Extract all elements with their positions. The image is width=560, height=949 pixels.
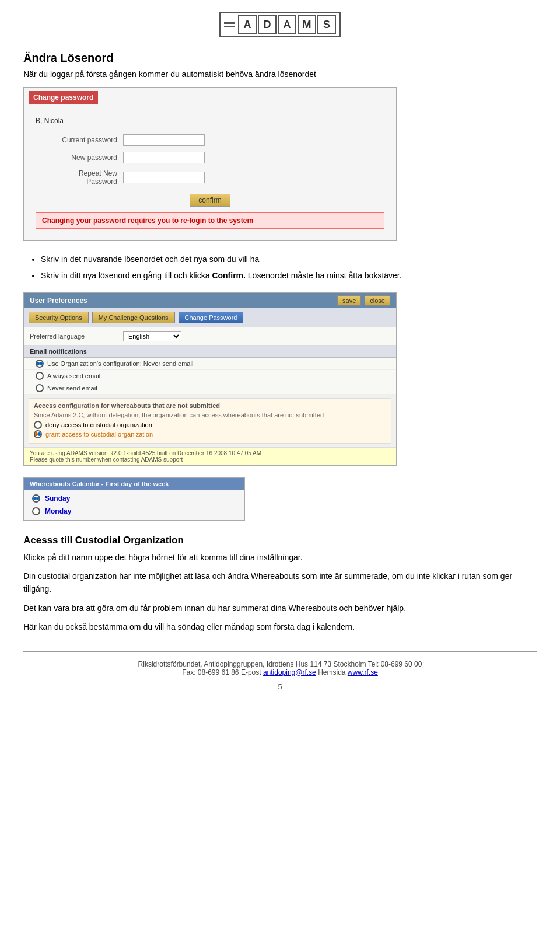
current-password-input[interactable] xyxy=(123,134,205,146)
footer-website-link[interactable]: www.rf.se xyxy=(348,668,378,676)
tab-change-password[interactable]: Change Password xyxy=(178,312,244,323)
adams-logo: A D A M S xyxy=(219,12,341,37)
footer-line-2: Fax: 08-699 61 86 E-post antidoping@rf.s… xyxy=(23,668,537,676)
repeat-password-row: Repeat New Password xyxy=(47,169,384,186)
logo-letter-a: A xyxy=(238,15,257,34)
monday-label: Monday xyxy=(45,507,71,515)
footer-fax-text: Fax: 08-699 61 86 E-post xyxy=(182,668,263,676)
password-note-text: Lösenordet måste ha minst åtta bokstäver… xyxy=(248,271,402,280)
email-radio-3 xyxy=(36,384,44,392)
sunday-radio xyxy=(32,494,40,503)
access-label-1: deny access to custodial organization xyxy=(46,421,152,428)
intro-text: När du loggar på första gången kommer du… xyxy=(23,69,537,79)
logo-letter-m: M xyxy=(298,15,316,34)
prefs-language-row: Preferred language English xyxy=(24,327,396,346)
email-label-1: Use Organization's configuration: Never … xyxy=(47,360,193,367)
email-label-2: Always send email xyxy=(47,372,100,379)
language-label: Preferred language xyxy=(30,333,123,340)
email-option-1[interactable]: Use Organization's configuration: Never … xyxy=(24,358,396,370)
instructions-list: Skriv in det nuvarande lösenordet och de… xyxy=(41,253,537,283)
access-text-4: Här kan du också bestämma om du vill ha … xyxy=(23,620,537,633)
instruction-item-1: Skriv in det nuvarande lösenordet och de… xyxy=(41,253,537,267)
access-radio-1 xyxy=(34,421,42,429)
sunday-label: Sunday xyxy=(45,494,70,503)
prefs-save-button[interactable]: save xyxy=(337,295,361,306)
new-password-label: New password xyxy=(47,153,123,162)
confirm-button[interactable]: confirm xyxy=(190,194,230,207)
access-option-2[interactable]: grant access to custodial organization xyxy=(34,430,386,438)
access-text-2: Din custodial organization har inte möjl… xyxy=(23,570,537,596)
email-option-3[interactable]: Never send email xyxy=(24,382,396,395)
email-label-3: Never send email xyxy=(47,385,97,392)
new-password-row: New password xyxy=(47,152,384,163)
footer-website-text: Hemsida xyxy=(318,668,348,676)
language-select[interactable]: English xyxy=(123,331,181,341)
page-title: Ändra Lösenord xyxy=(23,51,537,65)
logo-equals-icon xyxy=(224,22,235,27)
whereabouts-sunday[interactable]: Sunday xyxy=(32,494,236,503)
repeat-password-input[interactable] xyxy=(123,172,205,183)
prefs-close-button[interactable]: close xyxy=(365,295,390,306)
access-label-2: grant access to custodial organization xyxy=(46,431,153,438)
version-text-1: You are using ADAMS version R2.0.1-build… xyxy=(30,450,390,456)
access-radio-2 xyxy=(34,430,42,438)
whereabouts-monday[interactable]: Monday xyxy=(32,507,236,515)
instruction-item-2: Skriv in ditt nya lösenord en gång till … xyxy=(41,269,537,283)
user-preferences-dialog: User Preferences save close Security Opt… xyxy=(23,292,397,466)
confirm-bold: Confirm. xyxy=(212,271,246,280)
email-radio-1 xyxy=(36,360,44,368)
repeat-password-label: Repeat New Password xyxy=(47,169,123,186)
change-password-dialog: Change password B, Nicola Current passwo… xyxy=(23,87,397,241)
logo-letter-a2: A xyxy=(278,15,296,34)
footer-email-link[interactable]: antidoping@rf.se xyxy=(263,668,316,676)
prefs-title-buttons: save close xyxy=(337,295,390,306)
relogin-warning: Changing your password requires you to r… xyxy=(36,212,384,229)
access-section-title: Acesss till Custodial Organization xyxy=(23,535,537,546)
logo-letter-s: S xyxy=(317,15,336,34)
new-password-input[interactable] xyxy=(123,152,205,163)
logo-container: A D A M S xyxy=(23,12,537,37)
dialog-titlebar: Change password xyxy=(29,91,98,104)
tab-security-options[interactable]: Security Options xyxy=(29,312,89,323)
logo-letter-d: D xyxy=(258,15,276,34)
confirm-btn-row: confirm xyxy=(36,194,384,207)
current-password-row: Current password xyxy=(47,134,384,146)
tab-challenge-questions[interactable]: My Challenge Questions xyxy=(92,312,175,323)
email-section-header: Email notifications xyxy=(24,346,396,358)
access-option-1[interactable]: deny access to custodial organization xyxy=(34,421,386,429)
page-number: 5 xyxy=(23,682,537,691)
whereabouts-header: Whereabouts Calendar - First day of the … xyxy=(24,478,244,490)
prefs-tabs: Security Options My Challenge Questions … xyxy=(24,308,396,327)
dialog-username: B, Nicola xyxy=(36,117,384,125)
instruction-bullet2-text: Skriv in ditt nya lösenord en gång till … xyxy=(41,271,212,280)
whereabouts-content: Sunday Monday xyxy=(24,490,244,520)
footer-line-1: Riksidrottsförbundet, Antidopinggruppen,… xyxy=(23,660,537,668)
whereabouts-calendar-box: Whereabouts Calendar - First day of the … xyxy=(23,477,245,521)
monday-radio xyxy=(32,507,40,515)
email-radio-2 xyxy=(36,372,44,380)
prefs-version: You are using ADAMS version R2.0.1-build… xyxy=(24,447,396,465)
current-password-label: Current password xyxy=(47,136,123,144)
footer: Riksidrottsförbundet, Antidopinggruppen,… xyxy=(23,651,537,676)
prefs-titlebar: User Preferences save close xyxy=(24,293,396,308)
access-text-3: Det kan vara bra att göra om du får prob… xyxy=(23,602,537,615)
prefs-title: User Preferences xyxy=(30,296,88,305)
access-config-desc: Since Adams 2.C, without delegation, the… xyxy=(34,411,386,418)
email-option-2[interactable]: Always send email xyxy=(24,370,396,382)
access-text-1: Klicka på ditt namn uppe det högra hörne… xyxy=(23,551,537,564)
access-config-title: Access configuration for whereabouts tha… xyxy=(34,402,386,409)
version-text-2: Please quote this number when contacting… xyxy=(30,456,390,463)
dialog-content: B, Nicola Current password New password … xyxy=(24,107,396,240)
access-config-section: Access configuration for whereabouts tha… xyxy=(29,398,391,444)
